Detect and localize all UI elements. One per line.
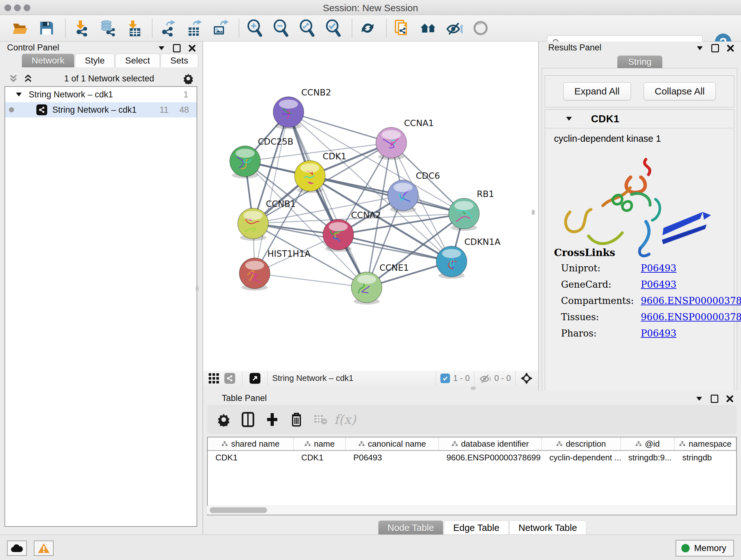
import-network-button[interactable]: [73, 20, 89, 37]
open-session-button[interactable]: [12, 20, 29, 37]
node-label-cdkn1a: CDKN1A: [464, 237, 501, 247]
zoom-fit-button[interactable]: [299, 20, 315, 37]
table-row[interactable]: CDK1CDK1P064939606.ENSP00000378699cyclin…: [208, 451, 736, 464]
import-table-button[interactable]: [125, 20, 142, 37]
import-network-database-button[interactable]: [99, 20, 116, 37]
zoom-out-button[interactable]: [273, 20, 289, 37]
splitter-grip[interactable]: [471, 387, 476, 390]
close-icon: [727, 45, 734, 52]
add-column-button[interactable]: [263, 411, 281, 428]
close-panel-icon[interactable]: [188, 44, 196, 52]
column-header-name[interactable]: name: [293, 437, 346, 450]
selected-checkbox-icon[interactable]: [441, 374, 450, 383]
zoom-in-button[interactable]: [246, 20, 263, 37]
tab-edge-table[interactable]: Edge Table: [444, 520, 509, 535]
collapse-all-button[interactable]: Collapse All: [644, 82, 716, 100]
table-tabs: Node TableEdge TableNetwork Table: [378, 520, 587, 535]
save-session-button[interactable]: [38, 20, 55, 37]
network-list: String Network – cdk1 1 String Network –…: [4, 86, 197, 527]
node-label-ccna1: CCNA1: [404, 118, 434, 128]
collapse-panel-icon[interactable]: [695, 395, 703, 403]
column-header-description[interactable]: description: [542, 437, 621, 450]
export-image-button[interactable]: [212, 20, 228, 37]
gear-icon: [217, 413, 231, 427]
zoom-selected-button[interactable]: [325, 20, 341, 37]
gene-entry-header[interactable]: CDK1: [545, 110, 734, 128]
crosslink-label: Pharos:: [561, 328, 641, 339]
network-item-label: String Network – cdk1: [52, 105, 137, 115]
export-network-button[interactable]: [159, 20, 176, 37]
float-panel-icon[interactable]: [711, 395, 719, 403]
show-columns-button[interactable]: [239, 411, 257, 428]
tab-network[interactable]: Network: [22, 54, 74, 67]
close-panel-icon[interactable]: [726, 395, 734, 403]
node-table[interactable]: shared namenamecanonical namedatabase id…: [207, 437, 737, 515]
delete-column-button[interactable]: [287, 411, 306, 428]
collapse-panel-icon[interactable]: [696, 44, 704, 52]
scrollbar-thumb[interactable]: [210, 507, 267, 513]
gear-icon[interactable]: [183, 73, 194, 84]
warnings-button[interactable]: [34, 541, 54, 556]
column-header-database-identifier[interactable]: database identifier: [439, 437, 542, 450]
column-header-namespace[interactable]: namespace: [675, 437, 736, 450]
home-button[interactable]: [420, 20, 436, 37]
table-cell: P06493: [346, 453, 439, 462]
close-panel-icon[interactable]: [726, 44, 735, 52]
crosslink-link[interactable]: P06493: [641, 279, 677, 290]
network-item-row[interactable]: String Network – cdk1 11 48: [5, 102, 197, 118]
float-panel-icon[interactable]: [173, 44, 181, 52]
right-splitter-grip[interactable]: [532, 210, 535, 215]
network-view-mode-button[interactable]: [224, 373, 235, 384]
expand-all-icon[interactable]: [23, 74, 33, 83]
table-hscrollbar[interactable]: [207, 506, 736, 514]
grid-view-button[interactable]: [208, 373, 219, 384]
expand-all-button[interactable]: Expand All: [563, 82, 631, 100]
show-eye-button[interactable]: [472, 20, 489, 37]
open-folder-icon: [12, 20, 29, 36]
column-header-shared-name[interactable]: shared name: [208, 437, 293, 450]
refresh-layout-button[interactable]: [359, 20, 376, 37]
cloud-icon: [10, 544, 23, 553]
crosslink-link[interactable]: 9606.ENSP00000378699: [641, 312, 741, 322]
column-header-canonical-name[interactable]: canonical name: [346, 437, 439, 450]
crosslink-link[interactable]: 9606.ENSP00000378699: [641, 295, 741, 306]
crosslink-row: GeneCard:P06493: [554, 279, 741, 290]
crosslink-link[interactable]: P06493: [641, 263, 677, 273]
network-view-toolbar: String Network – cdk1 1 - 0 0 - 0: [203, 371, 538, 386]
zoom-fit-icon: [299, 19, 315, 37]
column-header--id[interactable]: @id: [621, 437, 675, 450]
tab-select[interactable]: Select: [115, 54, 160, 67]
delete-table-icon: [314, 414, 328, 425]
tab-string[interactable]: String: [617, 56, 662, 68]
hide-selected-button[interactable]: [446, 20, 463, 37]
network-group-label: String Network – cdk1: [29, 90, 113, 100]
network-group-row[interactable]: String Network – cdk1 1: [5, 87, 197, 102]
network-table-splitter[interactable]: [203, 386, 538, 391]
crosslinks-title: CrossLinks: [554, 247, 741, 258]
tab-style[interactable]: Style: [75, 54, 115, 67]
collapse-all-icon[interactable]: [9, 74, 18, 83]
float-panel-icon[interactable]: [711, 44, 719, 52]
network-canvas[interactable]: CCNB2CCNA1CDC25BCDK1CDC6RB1CCNB1CCNA2CDK…: [203, 42, 538, 371]
table-settings-button[interactable]: [215, 411, 232, 428]
tab-network-table[interactable]: Network Table: [509, 520, 586, 535]
detach-view-button[interactable]: [250, 373, 260, 384]
tab-sets[interactable]: Sets: [160, 54, 198, 67]
left-splitter-grip[interactable]: [196, 286, 199, 291]
tab-node-table[interactable]: Node Table: [378, 520, 443, 535]
clone-network-button[interactable]: [394, 20, 410, 37]
columns-icon: [242, 412, 254, 427]
pan-crosshair-icon[interactable]: [520, 372, 533, 385]
export-table-button[interactable]: [186, 20, 202, 37]
collapse-panel-icon[interactable]: [157, 44, 165, 52]
export-network-icon: [160, 20, 176, 37]
memory-button[interactable]: Memory: [676, 540, 734, 557]
cloud-status-button[interactable]: [7, 541, 27, 556]
crosslink-link[interactable]: P06493: [641, 328, 677, 339]
zoom-out-icon: [273, 19, 289, 37]
plus-icon: [265, 412, 279, 427]
node-label-ccnb1: CCNB1: [266, 199, 296, 209]
results-panel-title: Results Panel: [548, 43, 602, 54]
crosslink-label: Uniprot:: [561, 263, 641, 273]
database-icon: [99, 20, 116, 37]
